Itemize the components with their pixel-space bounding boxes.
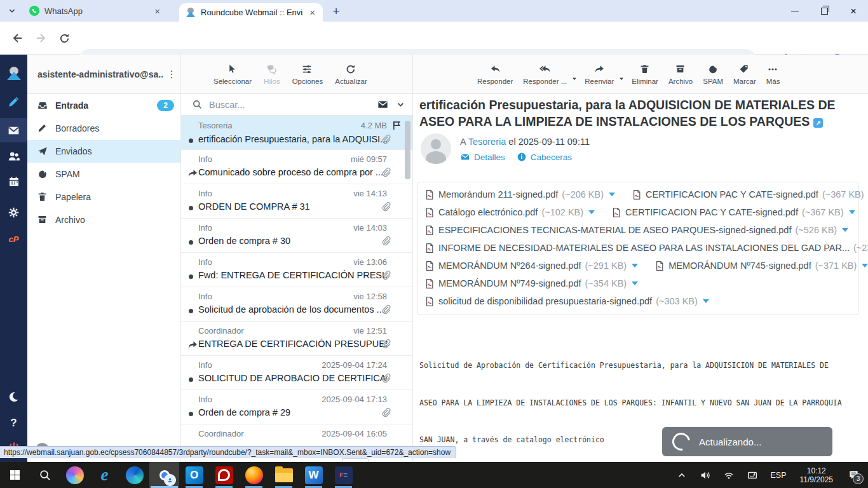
- folder-item-papelera[interactable]: Papelera: [27, 186, 180, 208]
- cpanel-icon[interactable]: cP: [0, 227, 27, 250]
- taskbar-firefox-button[interactable]: [239, 462, 269, 488]
- responder-button[interactable]: Responder: [474, 64, 516, 85]
- search-bar[interactable]: [181, 94, 412, 116]
- spam-button[interactable]: SPAM: [700, 64, 726, 85]
- dark-mode-icon[interactable]: [0, 385, 27, 408]
- paperclip-icon: [381, 304, 391, 315]
- taskbar-acrobat-button[interactable]: [209, 462, 239, 488]
- display-cast-icon[interactable]: [743, 462, 762, 488]
- attachment-menu-caret-icon[interactable]: [862, 264, 868, 268]
- tab-whatsapp[interactable]: WhatsApp ×: [23, 0, 168, 22]
- message-row[interactable]: Infomié 09:57Comunicado sobre proceso de…: [181, 150, 412, 184]
- attachment-menu-caret-icon[interactable]: [632, 264, 638, 268]
- contacts-nav-icon[interactable]: [0, 145, 27, 168]
- folder-item-enviados[interactable]: Enviados: [27, 140, 180, 163]
- window-restore-button[interactable]: [810, 0, 839, 22]
- folder-item-archivo[interactable]: Archivo: [27, 208, 180, 231]
- message-row[interactable]: Coordinadorvie 12:51ENTREGA DE CERTIFICA…: [181, 322, 412, 356]
- message-row[interactable]: Infovie 12:58Solicitud de aprobación de …: [181, 287, 412, 322]
- message-date: vie 13:06: [353, 257, 387, 267]
- tab-search-caret-icon[interactable]: [5, 4, 19, 18]
- responder-caret-icon[interactable]: [571, 76, 578, 82]
- tab-close-icon[interactable]: ×: [308, 8, 316, 17]
- message-row[interactable]: Tesoreria4.2 MBertificación Presupuestar…: [181, 116, 412, 150]
- taskbar-copilot-button[interactable]: [60, 462, 90, 488]
- window-close-button[interactable]: ×: [839, 0, 868, 22]
- language-indicator[interactable]: ESP: [766, 471, 790, 480]
- attachment-menu-caret-icon[interactable]: [849, 210, 855, 214]
- marcar-button[interactable]: Marcar: [730, 64, 759, 85]
- taskbar-edge-button[interactable]: [119, 462, 149, 488]
- window-minimize-button[interactable]: [780, 0, 810, 22]
- opciones-button[interactable]: Opciones: [289, 64, 327, 85]
- attachment-item[interactable]: CERTIFICACION PAC Y CATE-signed.pdf(~367…: [611, 207, 855, 218]
- message-row[interactable]: Infovie 13:06Fwd: ENTREGA DE CERTIFICACI…: [181, 253, 412, 287]
- tab-close-icon[interactable]: ×: [153, 6, 161, 16]
- archivo-button[interactable]: Archivo: [665, 64, 696, 85]
- attachment-item[interactable]: MEMORÁNDUM Nº749-signed.pdf(~354 KB): [424, 278, 638, 289]
- settings-nav-icon[interactable]: [0, 201, 27, 224]
- notification-center-icon[interactable]: 3: [843, 462, 864, 488]
- attachment-menu-caret-icon[interactable]: [632, 281, 638, 285]
- attachment-item[interactable]: INFORME DE NECESIDAD-MATERIALES DE ASEO …: [424, 243, 868, 254]
- attachment-item[interactable]: solicitud de disponibilidad presupuestar…: [424, 296, 709, 307]
- taskbar-explorer-button[interactable]: [269, 462, 299, 488]
- message-row[interactable]: Infovie 14:13ORDEN DE COMPRA # 31: [181, 184, 412, 219]
- attachment-menu-caret-icon[interactable]: [842, 228, 848, 232]
- folder-item-entrada[interactable]: Entrada2: [27, 94, 180, 117]
- attachment-menu-caret-icon[interactable]: [609, 193, 615, 196]
- mail-nav-icon[interactable]: [0, 118, 27, 142]
- attachment-item[interactable]: Catálogo electrónico.pdf(~102 KB): [424, 207, 595, 218]
- taskbar-ie-button[interactable]: e: [90, 462, 119, 488]
- folder-item-spam[interactable]: SPAM: [27, 163, 180, 186]
- attachment-item[interactable]: Memorándum 211-signed.pdf(~206 KB): [424, 189, 615, 200]
- taskbar-outlook-button[interactable]: O: [179, 462, 209, 488]
- help-icon[interactable]: ?: [0, 412, 27, 435]
- attachment-menu-caret-icon[interactable]: [588, 210, 595, 214]
- wifi-icon[interactable]: [719, 462, 738, 488]
- attachment-item[interactable]: ESPECIFICACIONES TECNICAS-MATERIAL DE AS…: [424, 225, 848, 236]
- details-link[interactable]: Detalles: [460, 152, 505, 162]
- calendar-nav-icon[interactable]: [0, 170, 27, 193]
- folder-item-borradores[interactable]: Borradores: [27, 117, 180, 140]
- reload-button[interactable]: [51, 25, 78, 51]
- seleccionar-button[interactable]: Seleccionar: [210, 64, 255, 85]
- attachment-item[interactable]: MEMORÁNDUM Nº264-signed.pdf(~291 KB): [424, 261, 638, 271]
- clock[interactable]: 10:12 11/9/2025: [795, 466, 839, 484]
- back-button[interactable]: [4, 25, 31, 51]
- attachment-item[interactable]: MEMORÁNDUM Nº745-signed.pdf(~371 KB): [654, 261, 868, 271]
- reenviar-caret-icon[interactable]: [618, 76, 625, 82]
- headers-link[interactable]: Cabeceras: [517, 152, 572, 162]
- list-scrollbar-thumb[interactable]: [405, 121, 410, 179]
- eliminar-button[interactable]: Eliminar: [628, 64, 661, 85]
- attachment-item[interactable]: CERTIFICACION PAC Y CATE-signed.pdf(~367…: [632, 189, 868, 200]
- new-tab-button[interactable]: +: [328, 3, 344, 20]
- taskbar-appfs-button[interactable]: F≡: [329, 462, 358, 488]
- reenviar-button[interactable]: Reenviar: [581, 64, 617, 85]
- list-scrollbar[interactable]: [405, 118, 410, 452]
- taskbar-chrome-button[interactable]: [149, 462, 179, 488]
- attachment-menu-caret-icon[interactable]: [703, 299, 709, 303]
- message-row[interactable]: Infovie 14:03Orden de compra # 30: [181, 219, 412, 253]
- tab-roundcube[interactable]: Roundcube Webmail :: Enviado ×: [179, 3, 323, 22]
- toolbar-button-label: Responder ...: [523, 78, 567, 85]
- spinner-icon: [669, 430, 694, 454]
- tray-chevron-up-icon[interactable]: [672, 462, 691, 488]
- taskbar-start-button[interactable]: [0, 462, 30, 488]
- taskbar-search-button[interactable]: [30, 462, 60, 488]
- flag-icon[interactable]: [391, 120, 402, 131]
- volume-icon[interactable]: [696, 462, 715, 488]
- actualizar-button[interactable]: Actualizar: [332, 64, 370, 85]
- responder-button[interactable]: Responder ...: [520, 64, 570, 85]
- search-options-chevron-icon[interactable]: [397, 100, 405, 109]
- compose-icon[interactable]: [0, 90, 27, 113]
- message-row[interactable]: Info2025-09-04 17:13Orden de compra # 29: [181, 390, 412, 424]
- account-menu-icon[interactable]: ⋮: [163, 69, 180, 80]
- open-in-new-window-icon[interactable]: ↗: [813, 118, 823, 128]
- recipient-link[interactable]: Tesoreria: [468, 137, 506, 147]
- m-s-button[interactable]: Más: [763, 64, 783, 85]
- search-input[interactable]: [208, 99, 377, 111]
- message-row[interactable]: Info2025-09-04 17:24SOLICITUD DE APROBAC…: [181, 356, 412, 390]
- search-scope-mail-icon[interactable]: [377, 98, 389, 111]
- taskbar-word-button[interactable]: W: [299, 462, 329, 488]
